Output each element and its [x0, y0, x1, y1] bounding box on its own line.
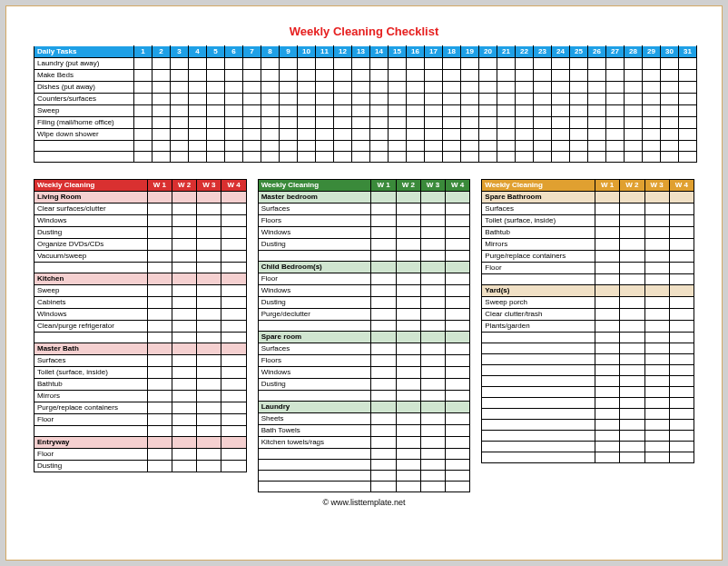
daily-cell[interactable]	[570, 58, 588, 70]
weekly-cell[interactable]	[147, 333, 172, 343]
daily-cell[interactable]	[243, 70, 261, 82]
daily-cell[interactable]	[352, 141, 370, 152]
daily-blank-label[interactable]	[34, 141, 134, 152]
daily-cell[interactable]	[370, 117, 389, 129]
daily-cell[interactable]	[443, 58, 461, 70]
daily-cell[interactable]	[189, 94, 207, 105]
daily-cell[interactable]	[516, 105, 534, 117]
daily-cell[interactable]	[661, 70, 679, 82]
daily-cell[interactable]	[516, 117, 534, 129]
daily-cell[interactable]	[261, 94, 280, 105]
daily-cell[interactable]	[280, 141, 298, 152]
weekly-cell[interactable]	[669, 398, 694, 409]
daily-cell[interactable]	[643, 129, 661, 141]
weekly-cell[interactable]	[420, 227, 445, 239]
weekly-cell[interactable]	[620, 442, 644, 452]
weekly-cell[interactable]	[620, 354, 644, 365]
weekly-cell[interactable]	[221, 449, 246, 461]
daily-cell[interactable]	[171, 58, 189, 70]
daily-cell[interactable]	[134, 82, 152, 94]
weekly-cell[interactable]	[446, 460, 470, 471]
daily-cell[interactable]	[152, 141, 171, 152]
daily-cell[interactable]	[352, 129, 370, 141]
weekly-cell[interactable]	[197, 414, 221, 426]
weekly-cell[interactable]	[420, 285, 445, 297]
weekly-cell[interactable]	[620, 263, 644, 274]
daily-cell[interactable]	[461, 141, 479, 152]
daily-cell[interactable]	[352, 152, 370, 163]
weekly-cell[interactable]	[446, 215, 470, 227]
weekly-cell[interactable]	[396, 471, 420, 482]
daily-cell[interactable]	[497, 141, 516, 152]
daily-cell[interactable]	[461, 70, 479, 82]
daily-cell[interactable]	[225, 58, 243, 70]
daily-cell[interactable]	[334, 94, 352, 105]
daily-cell[interactable]	[370, 94, 389, 105]
weekly-cell[interactable]	[371, 379, 396, 391]
weekly-cell[interactable]	[172, 379, 196, 391]
daily-cell[interactable]	[516, 58, 534, 70]
weekly-cell[interactable]	[221, 461, 246, 472]
daily-cell[interactable]	[280, 82, 298, 94]
daily-cell[interactable]	[225, 70, 243, 82]
daily-cell[interactable]	[643, 117, 661, 129]
daily-cell[interactable]	[280, 70, 298, 82]
daily-cell[interactable]	[298, 58, 316, 70]
daily-cell[interactable]	[643, 141, 661, 152]
daily-cell[interactable]	[225, 141, 243, 152]
daily-cell[interactable]	[679, 94, 697, 105]
daily-cell[interactable]	[570, 94, 588, 105]
weekly-blank-label[interactable]	[482, 354, 595, 365]
daily-cell[interactable]	[625, 129, 643, 141]
daily-cell[interactable]	[661, 129, 679, 141]
weekly-cell[interactable]	[669, 387, 694, 398]
daily-cell[interactable]	[443, 105, 461, 117]
daily-cell[interactable]	[352, 117, 370, 129]
weekly-cell[interactable]	[620, 215, 644, 227]
weekly-cell[interactable]	[197, 285, 221, 297]
weekly-cell[interactable]	[446, 471, 470, 482]
weekly-cell[interactable]	[446, 367, 470, 379]
weekly-cell[interactable]	[620, 431, 644, 442]
weekly-cell[interactable]	[620, 409, 644, 420]
weekly-cell[interactable]	[595, 215, 620, 227]
daily-cell[interactable]	[261, 141, 280, 152]
daily-cell[interactable]	[625, 152, 643, 163]
daily-cell[interactable]	[606, 105, 625, 117]
daily-cell[interactable]	[443, 152, 461, 163]
weekly-cell[interactable]	[221, 309, 246, 321]
weekly-cell[interactable]	[644, 215, 669, 227]
daily-cell[interactable]	[679, 129, 697, 141]
daily-cell[interactable]	[225, 152, 243, 163]
weekly-cell[interactable]	[197, 309, 221, 321]
daily-cell[interactable]	[661, 94, 679, 105]
daily-cell[interactable]	[280, 105, 298, 117]
weekly-cell[interactable]	[669, 333, 694, 343]
weekly-cell[interactable]	[420, 437, 445, 449]
weekly-cell[interactable]	[396, 321, 420, 332]
weekly-cell[interactable]	[197, 227, 221, 239]
weekly-blank-label[interactable]	[482, 409, 595, 420]
weekly-cell[interactable]	[221, 285, 246, 297]
weekly-cell[interactable]	[420, 391, 445, 402]
weekly-cell[interactable]	[420, 321, 445, 332]
weekly-cell[interactable]	[595, 251, 620, 263]
daily-cell[interactable]	[134, 70, 152, 82]
weekly-cell[interactable]	[172, 367, 196, 379]
weekly-cell[interactable]	[147, 379, 172, 391]
daily-cell[interactable]	[661, 117, 679, 129]
weekly-cell[interactable]	[197, 204, 221, 215]
daily-cell[interactable]	[679, 82, 697, 94]
weekly-cell[interactable]	[446, 251, 470, 262]
daily-cell[interactable]	[588, 70, 606, 82]
daily-cell[interactable]	[407, 117, 425, 129]
weekly-cell[interactable]	[669, 204, 694, 215]
daily-cell[interactable]	[497, 58, 516, 70]
daily-cell[interactable]	[389, 117, 407, 129]
daily-cell[interactable]	[261, 152, 280, 163]
daily-cell[interactable]	[497, 94, 516, 105]
daily-cell[interactable]	[588, 105, 606, 117]
daily-cell[interactable]	[588, 94, 606, 105]
daily-cell[interactable]	[389, 82, 407, 94]
daily-cell[interactable]	[370, 141, 389, 152]
